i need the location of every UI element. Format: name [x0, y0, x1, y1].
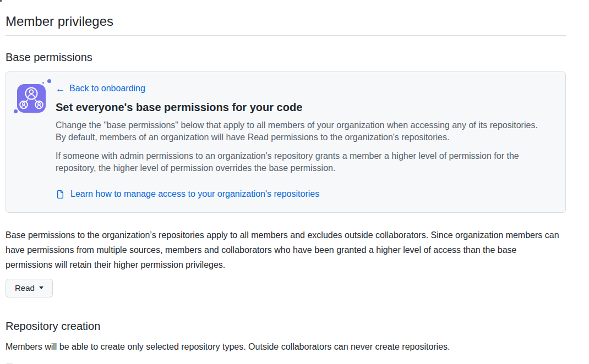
- back-link-label: Back to onboarding: [69, 83, 145, 94]
- back-to-onboarding-link[interactable]: ← Back to onboarding: [56, 83, 145, 94]
- card-paragraph-2: If someone with admin permissions to an …: [56, 150, 543, 174]
- base-permissions-section: Base permissions: [6, 51, 566, 297]
- onboarding-card-content: ← Back to onboarding Set everyone's base…: [56, 83, 554, 201]
- section-heading-base-permissions: Base permissions: [6, 51, 566, 64]
- screen-edge-artifact: [0, 0, 2, 2]
- select-value: Read: [15, 283, 35, 293]
- card-heading: Set everyone's base permissions for your…: [56, 101, 554, 114]
- base-permission-select-button[interactable]: Read: [6, 279, 53, 297]
- title-divider: [6, 35, 566, 36]
- repository-creation-description: Members will be able to create only sele…: [6, 341, 566, 353]
- page-title: Member privileges: [6, 0, 566, 29]
- base-permissions-description: Base permissions to the organization’s r…: [6, 228, 566, 272]
- onboarding-card: ← Back to onboarding Set everyone's base…: [6, 71, 566, 213]
- member-privileges-page: Member privileges Base permissions: [6, 0, 566, 364]
- learn-access-link[interactable]: Learn how to manage access to your organ…: [56, 189, 319, 200]
- back-arrow-icon: ←: [56, 84, 65, 93]
- section-heading-repository-creation: Repository creation: [6, 319, 566, 333]
- public-repo-option: Public Members will be able to create pu…: [6, 362, 566, 364]
- organization-members-icon: [17, 84, 46, 113]
- card-paragraph-1: Change the "base permissions" below that…: [56, 119, 543, 144]
- org-icon-wrap: [17, 84, 46, 113]
- public-option-label: Public: [18, 362, 43, 364]
- repository-creation-section: Repository creation Members will be able…: [6, 319, 566, 364]
- dropdown-caret-icon: [39, 286, 43, 289]
- decorative-dot-bottom-left-icon: [14, 109, 18, 113]
- decorative-dot-small-icon: [42, 82, 44, 84]
- public-option-row: Public: [6, 362, 566, 364]
- learn-link-label: Learn how to manage access to your organ…: [70, 189, 319, 200]
- decorative-dot-top-right-icon: [47, 79, 51, 83]
- file-doc-icon: [56, 190, 65, 199]
